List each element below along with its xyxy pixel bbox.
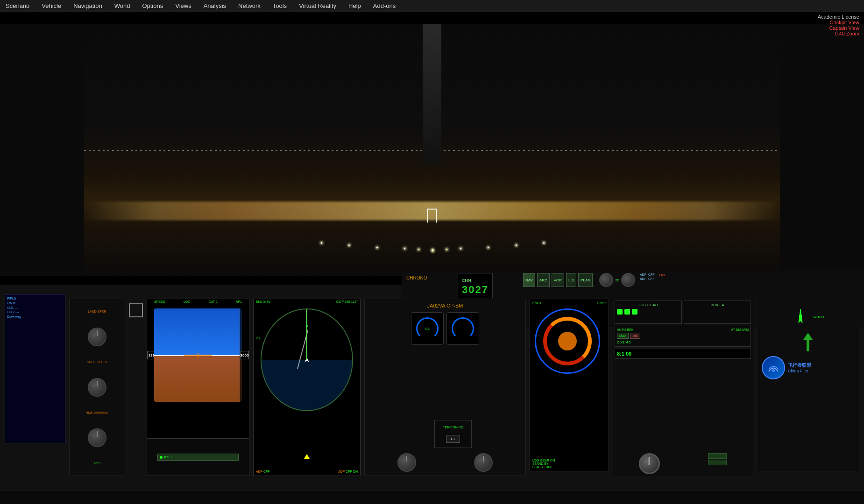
pfd-dot <box>160 456 163 459</box>
pfd-cat-mode: CAT 2 <box>208 300 217 303</box>
compass-rose: N <box>261 308 353 411</box>
rmp-warning-knob[interactable] <box>88 428 106 447</box>
center-instruments: JA02VA CP-BM N1 <box>364 299 526 476</box>
at-disarm-label: AT DISARM <box>731 328 749 331</box>
arrow-svg <box>801 333 815 351</box>
menu-analysis[interactable]: Analysis <box>202 1 228 10</box>
right-top-row: LDG GEAR BRK FA <box>615 301 751 324</box>
cff-label-right: CFF <box>648 277 655 280</box>
wheel-label: WHEEL <box>814 315 825 319</box>
left-side-data-panel: F/PLN F/RTE CLB: --- LDG: --- Downway --… <box>5 294 65 443</box>
license-info: Academic License Cockpit View Captain Vi… <box>818 14 859 36</box>
pfd-speed-mode: SPEED <box>154 300 165 303</box>
auto-brk-panel: AUTO BRK AT DISARM MAX DIS 203/45 <box>615 326 751 347</box>
speed-val-1: 203/45 <box>617 340 631 344</box>
menu-tools[interactable]: Tools <box>271 1 289 10</box>
ai-center-mark <box>184 355 212 356</box>
dis-btn[interactable]: DIS <box>630 333 640 339</box>
nd-range-knob[interactable] <box>599 273 613 287</box>
alt-value-box: 3000 <box>240 351 249 359</box>
center-pillar <box>423 24 441 164</box>
brk-fa-title: BRK FA <box>686 303 749 307</box>
chrono-label: CHRONO <box>406 275 427 280</box>
menu-options[interactable]: Options <box>140 1 165 10</box>
right-indicator-2 <box>708 460 727 465</box>
captain-view-label: Captain View <box>818 25 859 31</box>
cff-label-left: CFF <box>648 273 655 276</box>
nav-btn-vor[interactable]: VOR <box>552 273 564 287</box>
menu-help[interactable]: Help <box>347 1 363 10</box>
menu-world[interactable]: World <box>113 1 132 10</box>
instrument-panel: SPD --- HDG --- AP1 AP2 LOC <box>0 285 864 504</box>
wheel-indicator: WHEEL <box>760 302 856 330</box>
pfd-loc-mode: LOC <box>184 300 190 303</box>
max-brk-btn[interactable]: MAX <box>617 333 629 339</box>
ecam-eng2 <box>446 312 479 345</box>
flight-director <box>427 209 437 223</box>
logo-svg <box>766 362 780 374</box>
menu-addons[interactable]: Add-ons <box>371 1 397 10</box>
pfd-display: 139 3000 <box>147 299 249 476</box>
left-instrument-panel: LAND SPKR SDDLER CLK RMP WARNNG A/FF <box>69 299 125 476</box>
compass-bg <box>262 360 352 410</box>
adf-label-left: ADF <box>640 273 646 276</box>
ai-ground <box>154 355 242 402</box>
pfd-bottom: ILS 1 <box>147 438 249 476</box>
ecam-eng1-label: ENG1 <box>532 301 541 305</box>
nd-mode-knob[interactable] <box>621 273 635 287</box>
nav-btn-arc[interactable]: ARC <box>537 273 550 287</box>
ecam-bottom-data: LDG GEAR ON STAND BY FLAPS FULL <box>532 459 606 469</box>
nd-hdg-label: 037F 348 116° <box>336 300 358 303</box>
nd-on-label: ON <box>659 273 665 287</box>
svg-point-3 <box>772 369 775 372</box>
nd-bottom-right: ADF CFF ON <box>338 470 358 473</box>
nav-btn-ils[interactable]: ILS <box>566 273 576 287</box>
gear-indicator-1 <box>617 309 623 315</box>
nav-buttons: NAV ARC VOR ILS PLAN 20 ADF CFF <box>523 273 665 287</box>
ecam-arc2 <box>452 317 474 340</box>
terr-on-label: TERR ON ND <box>443 426 463 429</box>
side-panel-text: F/PLN F/RTE CLB: --- LDG: --- Downway --… <box>7 296 63 319</box>
ecam-eng1: N1 <box>411 312 444 345</box>
nav-btn-nav[interactable]: NAV <box>523 273 535 287</box>
land-spkr-knob[interactable] <box>88 328 106 346</box>
nd-heading-line <box>306 309 307 360</box>
rmp-warning-label: RMP WARNNG <box>86 411 109 414</box>
menu-vehicle[interactable]: Vehicle <box>40 1 63 10</box>
instruments-row: F/PLN F/RTE CLB: --- LDG: --- Downway --… <box>0 294 864 490</box>
far-right-panel: WHEEL <box>757 299 859 471</box>
ai-sky <box>154 308 242 360</box>
ecam-eng2-label: ENG2 <box>597 301 606 305</box>
right-instruments: LDG GEAR BRK FA AUTO BRK <box>613 299 753 476</box>
watermark-cn: 飞行者联盟 <box>788 362 811 369</box>
ja02va-label: JA02VA CP-BM <box>368 303 522 308</box>
nd-north-tick: N <box>305 324 308 328</box>
right-knob-1[interactable] <box>639 453 660 474</box>
arrow-indicator <box>760 333 856 351</box>
status-bar <box>0 490 864 504</box>
terr-button[interactable]: L1 <box>446 435 460 443</box>
right-indicator-1 <box>708 453 727 459</box>
center-knob-1[interactable] <box>397 453 416 472</box>
ecam-center-circle <box>558 332 577 350</box>
watermark-text-area: 飞行者联盟 China Flier <box>788 362 811 373</box>
menu-network[interactable]: Network <box>236 1 262 10</box>
nd-range-20: 20 <box>256 336 260 340</box>
menu-vr[interactable]: Virtual Reality <box>297 1 338 10</box>
nd-hdg-marker <box>304 453 310 462</box>
sddler-clk-knob[interactable] <box>88 378 106 397</box>
alt-num: 3000 <box>241 353 249 357</box>
menu-navigation[interactable]: Navigation <box>71 1 104 10</box>
cockpit-view-label: Cockpit View <box>818 20 859 25</box>
nav-btn-plan[interactable]: PLAN <box>578 273 593 287</box>
ldg-gear-panel: LDG GEAR <box>615 301 682 324</box>
menu-scenario[interactable]: Scenario <box>4 1 31 10</box>
nd-bottom-left: ADF CFF <box>256 470 270 473</box>
center-knob-2[interactable] <box>474 453 493 472</box>
rudder-svg <box>791 307 810 325</box>
menu-views[interactable]: Views <box>173 1 193 10</box>
zoom-label: 0.40 Zoom <box>818 31 859 36</box>
menubar: Scenario Vehicle Navigation World Option… <box>0 0 864 12</box>
landing-logo-area: 飞行者联盟 China Flier <box>760 354 856 381</box>
watermark-logo-icon <box>762 356 785 379</box>
